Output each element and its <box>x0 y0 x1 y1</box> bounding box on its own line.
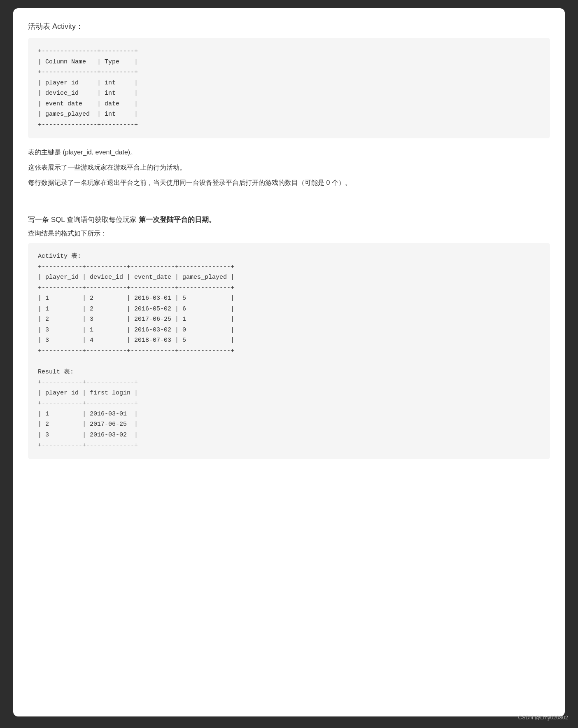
example-block: Activity 表: +-----------+-----------+---… <box>28 243 550 459</box>
query-section: 写一条 SQL 查询语句获取每位玩家 第一次登陆平台的日期。 查询结果的格式如下… <box>28 215 550 459</box>
format-label: 查询结果的格式如下所示： <box>28 229 550 238</box>
desc3: 每行数据记录了一名玩家在退出平台之前，当天使用同一台设备登录平台后打开的游戏的数… <box>28 177 550 189</box>
desc2: 这张表展示了一些游戏玩家在游戏平台上的行为活动。 <box>28 162 550 174</box>
query-title-prefix: 写一条 SQL 查询语句获取每位玩家 <box>28 216 139 224</box>
section1-title: 活动表 Activity： <box>28 21 550 31</box>
schema-table: +---------------+---------+ | Column Nam… <box>28 38 550 138</box>
watermark: CSDN @Lmy020802 <box>518 714 568 721</box>
divider <box>28 192 550 205</box>
query-title-bold: 第一次登陆平台的日期。 <box>139 216 216 224</box>
query-title: 写一条 SQL 查询语句获取每位玩家 第一次登陆平台的日期。 <box>28 215 550 224</box>
main-card: 活动表 Activity： +---------------+---------… <box>13 8 565 716</box>
desc1: 表的主键是 (player_id, event_date)。 <box>28 147 550 159</box>
